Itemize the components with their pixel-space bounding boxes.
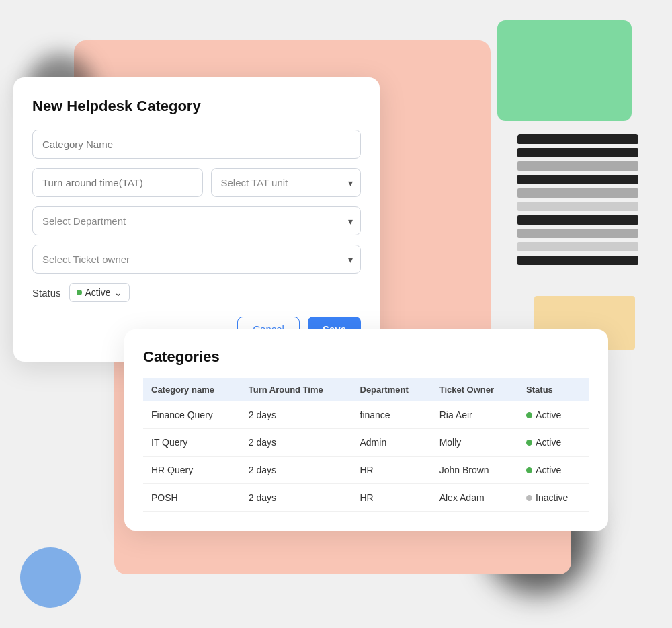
table-row: HR Query 2 days HR John Brown Active [143,457,589,484]
cell-category: IT Query [143,429,241,457]
status-text: Active [536,437,561,448]
cell-tat: 2 days [241,429,352,457]
status-value: Active [85,287,111,298]
cell-department: HR [352,457,431,484]
cell-status: Active [518,457,589,484]
tat-row: Select TAT unit Days Hours Weeks ▾ [32,168,361,197]
table-header: Category name Turn Around Time Departmen… [143,378,589,401]
active-dot-icon [526,467,532,473]
department-wrapper: Select Department Finance Admin HR ▾ [32,206,361,235]
status-text: Active [536,465,561,475]
modal-title: New Helpdesk Category [32,97,361,115]
bg-stripes [517,134,638,269]
status-text: Inactive [536,492,568,503]
cell-owner: Ria Aeir [431,401,518,429]
categories-table: Category name Turn Around Time Departmen… [143,378,589,512]
col-turn-around-time: Turn Around Time [241,378,352,401]
category-name-input[interactable] [32,130,361,159]
col-status: Status [518,378,589,401]
ticket-owner-select[interactable]: Select Ticket owner Ria Aeir Molly John … [32,245,361,274]
table-body: Finance Query 2 days finance Ria Aeir Ac… [143,401,589,512]
col-ticket-owner: Ticket Owner [431,378,518,401]
active-dot-icon [526,440,532,446]
table-row: POSH 2 days HR Alex Adam Inactive [143,484,589,512]
table-row: Finance Query 2 days finance Ria Aeir Ac… [143,401,589,429]
cell-owner: John Brown [431,457,518,484]
inactive-dot-icon [526,495,532,501]
cell-tat: 2 days [241,401,352,429]
cell-status: Inactive [518,484,589,512]
tat-input[interactable] [32,168,203,197]
cell-department: HR [352,484,431,512]
cell-category: HR Query [143,457,241,484]
category-name-group [32,130,361,159]
cell-status: Active [518,429,589,457]
cell-category: Finance Query [143,401,241,429]
ticket-owner-wrapper: Select Ticket owner Ria Aeir Molly John … [32,245,361,274]
cell-department: finance [352,401,431,429]
status-dot-icon [77,290,82,295]
categories-table-card: Categories Category name Turn Around Tim… [124,329,608,531]
cell-category: POSH [143,484,241,512]
cell-owner: Molly [431,429,518,457]
bg-green [497,20,632,121]
tat-unit-select[interactable]: Select TAT unit Days Hours Weeks [211,168,362,197]
cell-owner: Alex Adam [431,484,518,512]
cell-status: Active [518,401,589,429]
new-helpdesk-category-modal: New Helpdesk Category Select TAT unit Da… [13,77,380,362]
status-chevron-icon: ⌄ [114,287,122,298]
status-text: Active [536,409,561,420]
col-department: Department [352,378,431,401]
department-select[interactable]: Select Department Finance Admin HR [32,206,361,235]
tat-unit-wrapper: Select TAT unit Days Hours Weeks ▾ [211,168,362,197]
col-category-name: Category name [143,378,241,401]
table-row: IT Query 2 days Admin Molly Active [143,429,589,457]
bg-blue-circle [20,547,81,608]
status-row: Status Active ⌄ [32,283,361,302]
cell-tat: 2 days [241,484,352,512]
status-label: Status [32,287,61,299]
cell-department: Admin [352,429,431,457]
status-badge[interactable]: Active ⌄ [69,283,130,302]
cell-tat: 2 days [241,457,352,484]
active-dot-icon [526,412,532,418]
table-title: Categories [143,348,589,366]
